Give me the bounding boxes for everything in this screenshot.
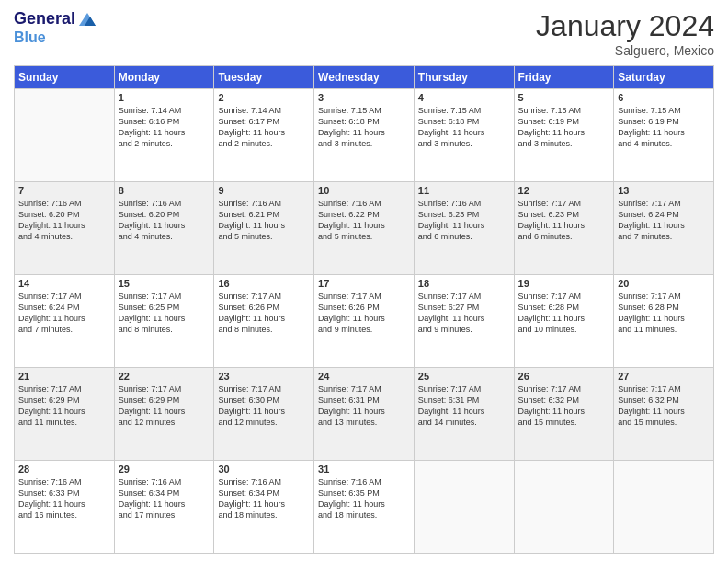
- day-info: Sunrise: 7:17 AMSunset: 6:27 PMDaylight:…: [418, 291, 510, 336]
- day-info: Sunrise: 7:16 AMSunset: 6:20 PMDaylight:…: [18, 198, 110, 243]
- day-info: Sunrise: 7:17 AMSunset: 6:26 PMDaylight:…: [218, 291, 310, 336]
- day-info: Sunrise: 7:17 AMSunset: 6:29 PMDaylight:…: [18, 384, 110, 429]
- day-number: 24: [318, 371, 410, 382]
- day-info: Sunrise: 7:15 AMSunset: 6:18 PMDaylight:…: [418, 105, 510, 150]
- day-number: 9: [218, 185, 310, 196]
- day-number: 7: [18, 185, 110, 196]
- calendar-cell: 31Sunrise: 7:16 AMSunset: 6:35 PMDayligh…: [314, 461, 415, 554]
- logo: General Blue: [14, 9, 97, 46]
- col-header-saturday: Saturday: [614, 66, 714, 89]
- calendar-cell: 4Sunrise: 7:15 AMSunset: 6:18 PMDaylight…: [414, 89, 514, 182]
- day-info: Sunrise: 7:15 AMSunset: 6:19 PMDaylight:…: [518, 105, 610, 150]
- day-number: 11: [418, 185, 510, 196]
- calendar-cell: 17Sunrise: 7:17 AMSunset: 6:26 PMDayligh…: [314, 275, 415, 368]
- header: General Blue January 2024 Salguero, Mexi…: [14, 9, 714, 58]
- calendar-cell: 10Sunrise: 7:16 AMSunset: 6:22 PMDayligh…: [314, 182, 415, 275]
- day-number: 27: [618, 371, 710, 382]
- day-info: Sunrise: 7:17 AMSunset: 6:24 PMDaylight:…: [18, 291, 110, 336]
- col-header-wednesday: Wednesday: [314, 66, 415, 89]
- title-block: January 2024 Salguero, Mexico: [536, 9, 714, 58]
- calendar-cell: [514, 461, 614, 554]
- calendar-cell: 7Sunrise: 7:16 AMSunset: 6:20 PMDaylight…: [15, 182, 115, 275]
- calendar-cell: 28Sunrise: 7:16 AMSunset: 6:33 PMDayligh…: [15, 461, 115, 554]
- calendar-cell: 2Sunrise: 7:14 AMSunset: 6:17 PMDaylight…: [214, 89, 314, 182]
- day-number: 12: [518, 185, 610, 196]
- day-info: Sunrise: 7:16 AMSunset: 6:20 PMDaylight:…: [119, 198, 210, 243]
- day-number: 16: [218, 278, 310, 289]
- day-info: Sunrise: 7:14 AMSunset: 6:16 PMDaylight:…: [119, 105, 210, 150]
- day-info: Sunrise: 7:16 AMSunset: 6:33 PMDaylight:…: [18, 477, 110, 522]
- day-info: Sunrise: 7:16 AMSunset: 6:21 PMDaylight:…: [218, 198, 310, 243]
- day-info: Sunrise: 7:16 AMSunset: 6:34 PMDaylight:…: [119, 477, 210, 522]
- day-number: 25: [418, 371, 510, 382]
- header-row: SundayMondayTuesdayWednesdayThursdayFrid…: [15, 66, 714, 89]
- week-row-3: 14Sunrise: 7:17 AMSunset: 6:24 PMDayligh…: [15, 275, 714, 368]
- day-number: 21: [18, 371, 110, 382]
- col-header-tuesday: Tuesday: [214, 66, 314, 89]
- logo-icon: [77, 9, 97, 29]
- day-info: Sunrise: 7:17 AMSunset: 6:23 PMDaylight:…: [518, 198, 610, 243]
- location-subtitle: Salguero, Mexico: [536, 43, 714, 58]
- day-number: 22: [119, 371, 210, 382]
- calendar-cell: 6Sunrise: 7:15 AMSunset: 6:19 PMDaylight…: [614, 89, 714, 182]
- day-info: Sunrise: 7:16 AMSunset: 6:23 PMDaylight:…: [418, 198, 510, 243]
- calendar-cell: [414, 461, 514, 554]
- day-number: 1: [119, 92, 210, 103]
- week-row-4: 21Sunrise: 7:17 AMSunset: 6:29 PMDayligh…: [15, 368, 714, 461]
- calendar-cell: 21Sunrise: 7:17 AMSunset: 6:29 PMDayligh…: [15, 368, 115, 461]
- day-info: Sunrise: 7:16 AMSunset: 6:22 PMDaylight:…: [318, 198, 410, 243]
- day-number: 14: [18, 278, 110, 289]
- calendar-cell: 12Sunrise: 7:17 AMSunset: 6:23 PMDayligh…: [514, 182, 614, 275]
- calendar-cell: 15Sunrise: 7:17 AMSunset: 6:25 PMDayligh…: [114, 275, 214, 368]
- day-number: 31: [318, 464, 410, 475]
- day-info: Sunrise: 7:17 AMSunset: 6:31 PMDaylight:…: [318, 384, 410, 429]
- day-number: 2: [218, 92, 310, 103]
- calendar-cell: 1Sunrise: 7:14 AMSunset: 6:16 PMDaylight…: [114, 89, 214, 182]
- month-title: January 2024: [536, 9, 714, 43]
- day-number: 20: [618, 278, 710, 289]
- calendar-cell: 27Sunrise: 7:17 AMSunset: 6:32 PMDayligh…: [614, 368, 714, 461]
- day-number: 13: [618, 185, 710, 196]
- day-number: 28: [18, 464, 110, 475]
- col-header-monday: Monday: [114, 66, 214, 89]
- calendar-cell: 29Sunrise: 7:16 AMSunset: 6:34 PMDayligh…: [114, 461, 214, 554]
- day-info: Sunrise: 7:16 AMSunset: 6:35 PMDaylight:…: [318, 477, 410, 522]
- calendar-cell: 8Sunrise: 7:16 AMSunset: 6:20 PMDaylight…: [114, 182, 214, 275]
- calendar-cell: 13Sunrise: 7:17 AMSunset: 6:24 PMDayligh…: [614, 182, 714, 275]
- calendar-cell: 11Sunrise: 7:16 AMSunset: 6:23 PMDayligh…: [414, 182, 514, 275]
- week-row-2: 7Sunrise: 7:16 AMSunset: 6:20 PMDaylight…: [15, 182, 714, 275]
- day-number: 8: [119, 185, 210, 196]
- day-info: Sunrise: 7:17 AMSunset: 6:28 PMDaylight:…: [618, 291, 710, 336]
- calendar-cell: 26Sunrise: 7:17 AMSunset: 6:32 PMDayligh…: [514, 368, 614, 461]
- logo-text-general: General: [14, 10, 75, 29]
- day-number: 4: [418, 92, 510, 103]
- col-header-sunday: Sunday: [15, 66, 115, 89]
- col-header-thursday: Thursday: [414, 66, 514, 89]
- calendar-cell: [614, 461, 714, 554]
- day-info: Sunrise: 7:17 AMSunset: 6:26 PMDaylight:…: [318, 291, 410, 336]
- day-number: 5: [518, 92, 610, 103]
- day-info: Sunrise: 7:17 AMSunset: 6:25 PMDaylight:…: [119, 291, 210, 336]
- day-info: Sunrise: 7:17 AMSunset: 6:30 PMDaylight:…: [218, 384, 310, 429]
- day-number: 26: [518, 371, 610, 382]
- day-info: Sunrise: 7:17 AMSunset: 6:32 PMDaylight:…: [518, 384, 610, 429]
- day-number: 10: [318, 185, 410, 196]
- day-number: 6: [618, 92, 710, 103]
- day-info: Sunrise: 7:17 AMSunset: 6:28 PMDaylight:…: [518, 291, 610, 336]
- day-number: 15: [119, 278, 210, 289]
- day-number: 23: [218, 371, 310, 382]
- day-number: 17: [318, 278, 410, 289]
- calendar-cell: 5Sunrise: 7:15 AMSunset: 6:19 PMDaylight…: [514, 89, 614, 182]
- day-info: Sunrise: 7:17 AMSunset: 6:32 PMDaylight:…: [618, 384, 710, 429]
- calendar-cell: 3Sunrise: 7:15 AMSunset: 6:18 PMDaylight…: [314, 89, 415, 182]
- day-info: Sunrise: 7:16 AMSunset: 6:34 PMDaylight:…: [218, 477, 310, 522]
- day-info: Sunrise: 7:15 AMSunset: 6:18 PMDaylight:…: [318, 105, 410, 150]
- day-info: Sunrise: 7:15 AMSunset: 6:19 PMDaylight:…: [618, 105, 710, 150]
- page: General Blue January 2024 Salguero, Mexi…: [0, 0, 728, 563]
- day-info: Sunrise: 7:14 AMSunset: 6:17 PMDaylight:…: [218, 105, 310, 150]
- day-info: Sunrise: 7:17 AMSunset: 6:29 PMDaylight:…: [119, 384, 210, 429]
- day-info: Sunrise: 7:17 AMSunset: 6:24 PMDaylight:…: [618, 198, 710, 243]
- calendar-cell: [15, 89, 115, 182]
- day-number: 3: [318, 92, 410, 103]
- calendar: SundayMondayTuesdayWednesdayThursdayFrid…: [14, 65, 714, 554]
